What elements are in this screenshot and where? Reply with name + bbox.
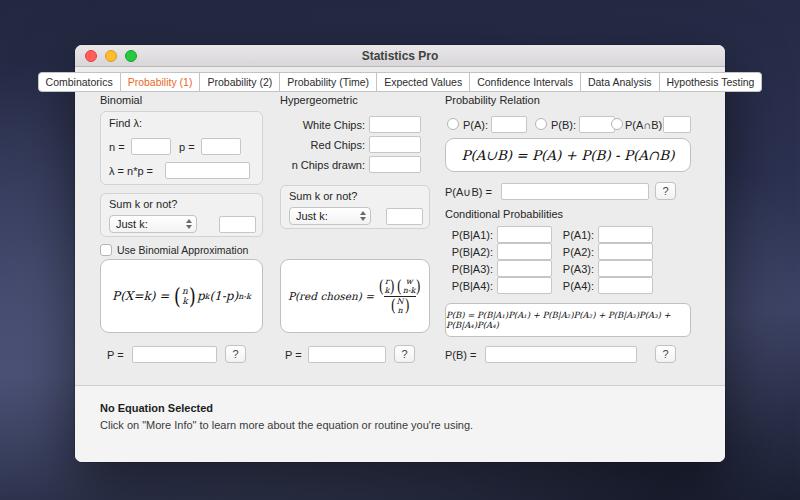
binomial-formula-p: p: [197, 289, 205, 303]
binomial-section-title: Binomial: [100, 94, 142, 106]
hypergeometric-section-title: Hypergeometric: [280, 94, 358, 106]
app-window: Statistics Pro Combinatorics Probability…: [75, 45, 725, 462]
tab-probability-time[interactable]: Probability (Time): [280, 72, 377, 92]
pba1-label: P(B|A1):: [445, 229, 493, 241]
pa2-label: P(A2):: [562, 246, 594, 258]
hypergeometric-k-input[interactable]: [386, 208, 423, 225]
pb-input[interactable]: [579, 116, 615, 133]
binomial-sum-k-groupbox: Sum k or not? Just k:: [100, 193, 263, 237]
union-help-button[interactable]: ?: [655, 182, 676, 200]
pb-label: P(B):: [551, 119, 576, 131]
find-lambda-label: Find λ:: [109, 117, 142, 129]
pab-radio[interactable]: [611, 118, 623, 130]
hypergeometric-result-input[interactable]: [308, 346, 386, 363]
lambda-input[interactable]: [165, 162, 250, 179]
footer-body: Click on "More Info" to learn more about…: [100, 419, 473, 431]
binomial-result-input[interactable]: [132, 346, 217, 363]
union-formula: P(A∪B) = P(A) + P(B) - P(A∩B): [461, 147, 674, 163]
pab-input[interactable]: [663, 116, 691, 133]
traffic-lights: [85, 50, 137, 62]
binomial-sum-k-label: Sum k or not?: [109, 198, 177, 210]
window-titlebar[interactable]: Statistics Pro: [75, 45, 725, 67]
hypergeometric-fraction: (rk) (wn-k) (Nn): [378, 277, 422, 315]
pa4-input[interactable]: [598, 277, 653, 294]
binomial-k-input[interactable]: [219, 216, 256, 233]
popup-arrows-icon: [186, 219, 192, 229]
tab-hypothesis-testing[interactable]: Hypothesis Testing: [660, 72, 763, 92]
binomial-sum-k-popup-value: Just k:: [116, 218, 148, 230]
tab-expected-values[interactable]: Expected Values: [377, 72, 470, 92]
pba4-label: P(B|A4):: [445, 280, 493, 292]
pab-label: P(A∩B): [625, 119, 662, 131]
popup-arrows-icon: [360, 211, 366, 221]
binomial-formula-lhs: P(X=k) =: [112, 289, 169, 303]
close-button[interactable]: [85, 50, 97, 62]
tab-bar: Combinatorics Probability (1) Probabilit…: [75, 72, 725, 92]
zoom-button[interactable]: [125, 50, 137, 62]
binomial-sum-k-popup[interactable]: Just k:: [109, 215, 197, 233]
info-footer: No Equation Selected Click on "More Info…: [75, 385, 725, 462]
binomial-coefficient: ( n k ): [173, 285, 197, 308]
hypergeometric-sum-k-label: Sum k or not?: [289, 190, 357, 202]
tab-data-analysis[interactable]: Data Analysis: [581, 72, 660, 92]
red-chips-input[interactable]: [369, 136, 421, 153]
window-title: Statistics Pro: [75, 45, 725, 67]
conditional-help-button[interactable]: ?: [655, 345, 676, 363]
minimize-button[interactable]: [105, 50, 117, 62]
hypergeometric-formula-lhs: P(red chosen) =: [288, 290, 374, 302]
hypergeometric-sum-k-groupbox: Sum k or not? Just k:: [280, 185, 430, 229]
pa-label: P(A):: [463, 119, 488, 131]
total-probability-formula-box: P(B) = P(B|A₁)P(A₁) + P(B|A₂)P(A₂) + P(B…: [445, 303, 691, 337]
n-chips-drawn-label: n Chips drawn:: [280, 159, 365, 171]
red-chips-label: Red Chips:: [280, 139, 365, 151]
hypergeometric-sum-k-popup[interactable]: Just k:: [289, 207, 371, 225]
binomial-approximation-label: Use Binomial Approximation: [117, 244, 248, 256]
union-result-label: P(A∪B) =: [445, 186, 492, 199]
pa-radio[interactable]: [447, 118, 459, 130]
pba3-label: P(B|A3):: [445, 263, 493, 275]
pb-result-input[interactable]: [485, 346, 637, 363]
tab-confidence-intervals[interactable]: Confidence Intervals: [470, 72, 581, 92]
hypergeometric-result-label: P =: [285, 349, 302, 361]
lambda-label: λ = n*p =: [109, 165, 153, 177]
binomial-approximation-checkbox[interactable]: [100, 244, 112, 256]
pba1-input[interactable]: [497, 226, 552, 243]
pa3-input[interactable]: [598, 260, 653, 277]
binomial-help-button[interactable]: ?: [225, 345, 246, 363]
binomial-formula-box: P(X=k) = ( n k ) pk(1-p)n-k: [100, 259, 263, 333]
n-input[interactable]: [131, 138, 171, 155]
find-lambda-groupbox: Find λ: n = p = λ = n*p =: [100, 111, 263, 185]
pa2-input[interactable]: [598, 243, 653, 260]
n-label: n =: [109, 141, 125, 153]
pa4-label: P(A4):: [562, 280, 594, 292]
binomial-result-label: P =: [107, 349, 124, 361]
white-chips-label: White Chips:: [280, 119, 365, 131]
union-result-input[interactable]: [501, 183, 649, 200]
pba4-input[interactable]: [497, 277, 552, 294]
tab-probability-1[interactable]: Probability (1): [121, 72, 201, 92]
pb-result-label: P(B) =: [445, 349, 476, 361]
hypergeometric-formula-box: P(red chosen) = (rk) (wn-k) (Nn): [280, 259, 430, 333]
footer-title: No Equation Selected: [100, 402, 213, 414]
probability-relation-section-title: Probability Relation: [445, 94, 540, 106]
tab-probability-2[interactable]: Probability (2): [200, 72, 280, 92]
pa-input[interactable]: [491, 116, 527, 133]
p-input[interactable]: [201, 138, 241, 155]
conditional-section-title: Conditional Probabilities: [445, 208, 563, 220]
n-chips-drawn-input[interactable]: [369, 156, 421, 173]
pba2-label: P(B|A2):: [445, 246, 493, 258]
tab-combinatorics[interactable]: Combinatorics: [38, 72, 121, 92]
p-label: p =: [179, 141, 195, 153]
total-probability-formula: P(B) = P(B|A₁)P(A₁) + P(B|A₂)P(A₂) + P(B…: [446, 310, 690, 330]
binomial-formula-q: (1-p): [209, 289, 238, 303]
pa1-input[interactable]: [598, 226, 653, 243]
union-formula-box: P(A∪B) = P(A) + P(B) - P(A∩B): [445, 138, 691, 172]
hypergeometric-sum-k-popup-value: Just k:: [296, 210, 328, 222]
pba2-input[interactable]: [497, 243, 552, 260]
pa1-label: P(A1):: [562, 229, 594, 241]
pb-radio[interactable]: [535, 118, 547, 130]
pba3-input[interactable]: [497, 260, 552, 277]
hypergeometric-help-button[interactable]: ?: [394, 345, 415, 363]
pa3-label: P(A3):: [562, 263, 594, 275]
white-chips-input[interactable]: [369, 116, 421, 133]
